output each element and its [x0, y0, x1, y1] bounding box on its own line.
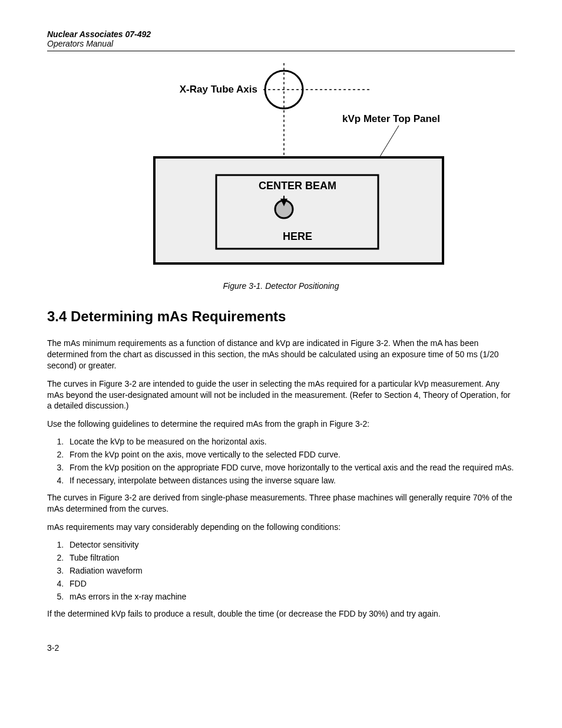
header-subtitle: Operators Manual	[47, 39, 515, 48]
section-heading: 3.4 Determining mAs Requirements	[47, 308, 515, 325]
paragraph: If the determined kVp fails to produce a…	[47, 608, 515, 620]
list-item: If necessary, interpolate between distan…	[66, 476, 515, 485]
detector-positioning-diagram: X-Ray Tube Axis kVp Meter Top Panel CENT…	[116, 63, 446, 269]
list-item: FDD	[66, 579, 515, 588]
paragraph: mAs requirements may vary considerably d…	[47, 522, 515, 533]
paragraph: The curves in Figure 3-2 are intended to…	[47, 378, 515, 412]
figure-diagram: X-Ray Tube Axis kVp Meter Top Panel CENT…	[116, 63, 446, 269]
kvp-panel-label: kVp Meter Top Panel	[342, 113, 440, 124]
list-item: Tube filtration	[66, 553, 515, 562]
list-item: From the kVp position on the appropriate…	[66, 463, 515, 472]
header-title: Nuclear Associates 07-492	[47, 29, 515, 39]
list-item: Radiation waveform	[66, 566, 515, 575]
list-item: mAs errors in the x-ray machine	[66, 592, 515, 601]
list-item: Locate the kVp to be measured on the hor…	[66, 437, 515, 446]
header-rule	[47, 51, 515, 51]
here-label: HERE	[283, 230, 312, 242]
list-item: Detector sensitivity	[66, 540, 515, 549]
paragraph: The curves in Figure 3-2 are derived fro…	[47, 492, 515, 515]
guidelines-list: Locate the kVp to be measured on the hor…	[66, 437, 515, 485]
list-item: From the kVp point on the axis, move ver…	[66, 450, 515, 459]
xray-axis-label: X-Ray Tube Axis	[180, 84, 257, 95]
document-page: Nuclear Associates 07-492 Operators Manu…	[0, 0, 562, 676]
paragraph: The mAs minimum requirements as a functi…	[47, 338, 515, 371]
conditions-list: Detector sensitivity Tube filtration Rad…	[66, 540, 515, 601]
page-number: 3-2	[47, 643, 515, 653]
paragraph: Use the following guidelines to determin…	[47, 419, 515, 430]
figure-caption: Figure 3-1. Detector Positioning	[47, 281, 515, 291]
center-beam-label: CENTER BEAM	[259, 180, 336, 192]
